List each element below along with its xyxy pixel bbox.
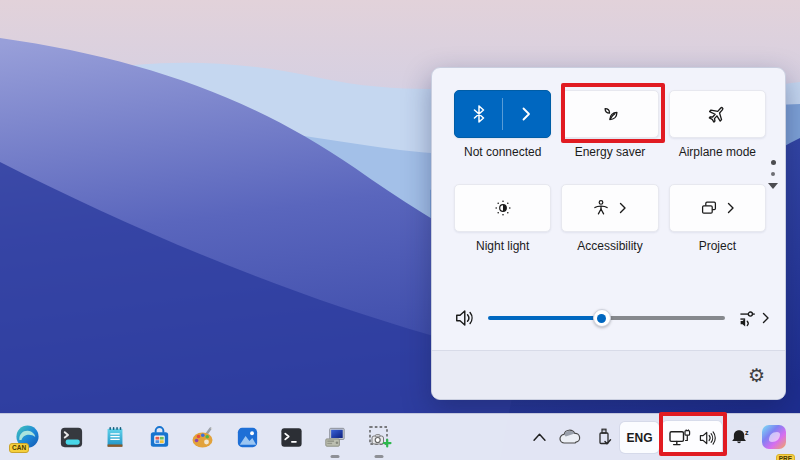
bluetooth-icon: [471, 105, 487, 123]
taskbar-app-terminal-preview[interactable]: [57, 423, 85, 451]
accessibility-label: Accessibility: [577, 239, 642, 253]
settings-gear-icon[interactable]: ⚙: [748, 366, 765, 385]
accessibility-button[interactable]: [561, 184, 658, 232]
copilot-icon: [761, 424, 787, 450]
taskbar-app-store[interactable]: [145, 423, 173, 451]
quick-setting-accessibility: Accessibility: [561, 184, 658, 253]
notepad-icon: [102, 424, 128, 451]
bluetooth-toggle[interactable]: [455, 91, 502, 137]
tray-usb-device[interactable]: [594, 414, 614, 460]
night-light-button[interactable]: [454, 184, 551, 232]
page-dot-current[interactable]: [771, 160, 776, 165]
airplane-icon: [707, 104, 727, 124]
screen: Not connected Energy saver: [0, 0, 800, 460]
taskbar-app-screen-snip[interactable]: [365, 423, 393, 451]
language-indicator[interactable]: ENG: [620, 422, 659, 453]
expand-down-arrow[interactable]: [768, 183, 778, 189]
usb-icon: [595, 427, 613, 447]
speaker-icon[interactable]: [454, 308, 476, 328]
edge-canary-badge: CAN: [9, 443, 29, 453]
volume-row: [454, 300, 770, 336]
chevron-right-icon: [727, 202, 735, 214]
photos-icon: [234, 424, 261, 451]
accessibility-icon: [592, 199, 610, 217]
page-dot[interactable]: [771, 172, 775, 176]
taskbar-app-paint[interactable]: [189, 423, 217, 451]
volume-slider[interactable]: [488, 309, 725, 327]
running-indicator: [331, 455, 340, 458]
taskbar-apps: CAN: [13, 414, 393, 460]
airplane-mode-button[interactable]: [669, 90, 766, 138]
bell-dnd-icon: z: [729, 427, 752, 447]
night-light-icon: [494, 199, 512, 217]
quick-setting-bluetooth: Not connected: [454, 90, 551, 159]
taskbar-app-terminal[interactable]: [277, 423, 305, 451]
tray-do-not-disturb[interactable]: z: [728, 414, 752, 460]
chevron-right-icon: [762, 312, 770, 324]
audio-mixer-icon: [739, 310, 757, 327]
tray-show-hidden-icons[interactable]: [530, 414, 548, 460]
chevron-up-icon: [532, 432, 547, 442]
terminal-icon: [278, 424, 305, 451]
taskbar-app-system-hardware[interactable]: [321, 423, 349, 451]
language-code: ENG: [626, 431, 652, 445]
night-light-label: Night light: [476, 239, 529, 253]
microsoft-store-icon: [146, 424, 173, 451]
svg-text:z: z: [744, 429, 748, 437]
system-tray: ENG: [510, 414, 800, 460]
tray-onedrive[interactable]: [558, 414, 582, 460]
highlight-box: [561, 83, 665, 143]
screen-snip-icon: [365, 423, 393, 451]
chevron-right-icon: [619, 202, 627, 214]
volume-slider-thumb[interactable]: [593, 309, 611, 327]
paint-icon: [189, 423, 217, 451]
bluetooth-label: Not connected: [464, 145, 541, 159]
project-button[interactable]: [669, 184, 766, 232]
copilot-pre-badge: PRE: [776, 454, 795, 460]
cloud-icon: [559, 429, 581, 445]
highlight-box: [659, 412, 727, 456]
energy-saver-label: Energy saver: [575, 145, 646, 159]
quick-settings-pagination: [769, 160, 777, 189]
quick-setting-night-light: Night light: [454, 184, 551, 253]
running-indicator: [375, 455, 384, 458]
taskbar-app-edge-canary[interactable]: CAN: [13, 423, 41, 451]
project-icon: [700, 199, 718, 217]
terminal-preview-icon: [58, 424, 85, 451]
pc-hardware-icon: [321, 424, 349, 451]
quick-setting-airplane: Airplane mode: [669, 90, 766, 159]
chevron-right-icon: [522, 107, 531, 121]
taskbar-app-notepad[interactable]: [101, 423, 129, 451]
bluetooth-button[interactable]: [454, 90, 551, 138]
tray-copilot[interactable]: PRE: [760, 414, 788, 460]
sound-output-selector[interactable]: [739, 310, 770, 327]
project-label: Project: [699, 239, 736, 253]
taskbar-app-photos[interactable]: [233, 423, 261, 451]
bluetooth-expand[interactable]: [503, 91, 550, 137]
airplane-mode-label: Airplane mode: [679, 145, 756, 159]
quick-setting-project: Project: [669, 184, 766, 253]
quick-settings-footer: ⚙: [432, 350, 785, 399]
